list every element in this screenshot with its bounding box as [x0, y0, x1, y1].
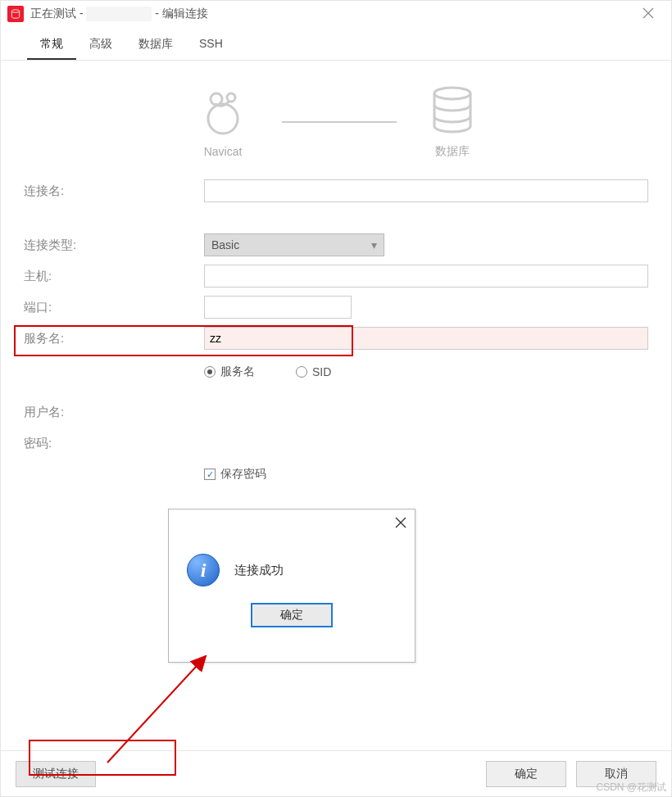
window-title: 正在测试 - - 编辑连接	[30, 7, 632, 21]
hero: Navicat 数据库	[1, 61, 671, 167]
label-host: 主机:	[24, 269, 204, 284]
tab-advanced[interactable]: 高级	[76, 30, 125, 60]
hero-database: 数据库	[429, 85, 475, 159]
radio-service-name[interactable]: 服务名	[204, 365, 255, 379]
tab-database[interactable]: 数据库	[125, 30, 186, 60]
database-icon	[429, 85, 475, 138]
username-input[interactable]	[204, 401, 648, 423]
svg-point-4	[434, 88, 470, 99]
tab-ssh[interactable]: SSH	[186, 30, 236, 60]
hero-navicat: Navicat	[197, 86, 249, 158]
label-password: 密码:	[24, 436, 204, 451]
app-icon	[7, 6, 24, 22]
test-connection-button[interactable]: 测试连接	[16, 761, 96, 787]
host-input[interactable]	[204, 265, 648, 288]
save-password-checkbox[interactable]: ✓保存密码	[204, 467, 648, 482]
titlebar: 正在测试 - - 编辑连接	[1, 1, 671, 27]
svg-point-0	[11, 10, 19, 13]
svg-point-1	[208, 104, 238, 134]
service-name-input[interactable]	[204, 327, 648, 350]
close-icon[interactable]	[632, 6, 665, 23]
password-input[interactable]	[204, 432, 648, 455]
hero-connector-line	[282, 121, 397, 123]
hero-navicat-label: Navicat	[204, 145, 243, 158]
dialog-ok-button[interactable]: 确定	[251, 603, 333, 627]
conn-type-select[interactable]: Basic ▾	[204, 233, 384, 256]
navicat-icon	[197, 86, 249, 138]
watermark: CSDN @花测试	[596, 781, 666, 795]
svg-point-2	[211, 93, 222, 105]
dialog-close-icon[interactable]	[395, 517, 406, 531]
result-dialog: i 连接成功 确定	[168, 509, 415, 663]
dialog-message: 连接成功	[234, 563, 284, 578]
footer: 测试连接 确定 取消	[1, 750, 671, 796]
label-conn-type: 连接类型:	[24, 238, 204, 253]
label-username: 用户名:	[24, 405, 204, 420]
chevron-down-icon: ▾	[371, 238, 377, 251]
conn-type-value: Basic	[211, 238, 239, 251]
svg-line-5	[107, 656, 206, 763]
edit-connection-window: 正在测试 - - 编辑连接 常规 高级 数据库 SSH Navicat	[0, 0, 672, 797]
label-port: 端口:	[24, 300, 204, 315]
ok-button[interactable]: 确定	[486, 761, 566, 787]
tabs: 常规 高级 数据库 SSH	[1, 30, 671, 61]
label-service-name: 服务名:	[24, 331, 204, 346]
conn-name-input[interactable]	[204, 179, 648, 202]
form: 连接名: 连接类型: Basic ▾ 主机: 端口: 服务名:	[1, 167, 671, 490]
hero-database-label: 数据库	[435, 144, 470, 159]
tab-general[interactable]: 常规	[27, 30, 76, 60]
port-input[interactable]	[204, 296, 352, 319]
info-icon: i	[187, 554, 220, 586]
radio-sid[interactable]: SID	[296, 365, 331, 378]
label-conn-name: 连接名:	[24, 183, 204, 199]
